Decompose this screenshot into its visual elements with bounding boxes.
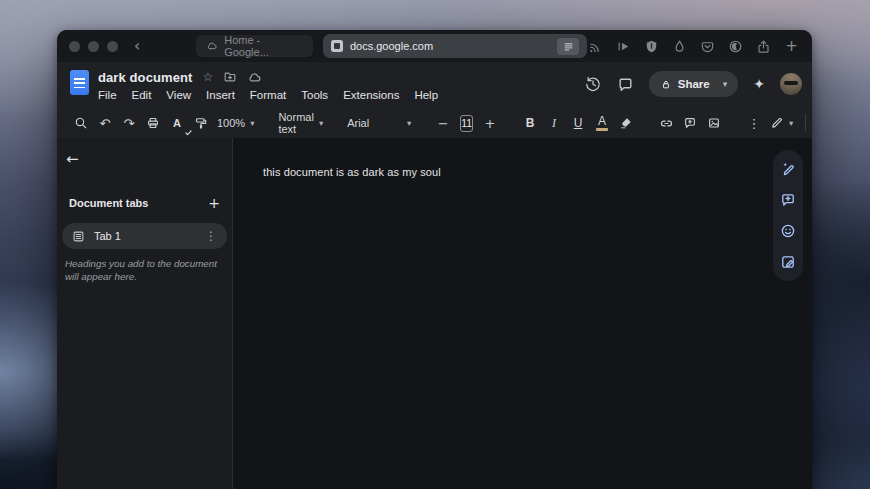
emoji-reaction-icon[interactable] xyxy=(780,223,796,239)
redo-icon[interactable]: ↷ xyxy=(119,112,139,134)
dark-mode-icon[interactable] xyxy=(727,38,744,55)
paint-format-icon[interactable] xyxy=(191,112,211,134)
tab-docs-label: docs.google.com xyxy=(350,40,433,52)
menu-format[interactable]: Format xyxy=(250,89,286,101)
tab1-menu-icon[interactable]: ⋮ xyxy=(205,229,217,243)
minimize-button[interactable] xyxy=(88,41,99,52)
share-button-label: Share xyxy=(678,78,710,90)
document-tabs-title: Document tabs xyxy=(69,197,208,209)
search-menus-icon[interactable] xyxy=(71,112,91,134)
italic-button[interactable]: I xyxy=(544,112,564,134)
docs-content: ← Document tabs + Tab 1 ⋮ Headings you a… xyxy=(57,138,812,489)
text-color-button[interactable]: A xyxy=(592,112,612,134)
close-button[interactable] xyxy=(69,41,80,52)
menu-file[interactable]: File xyxy=(98,89,117,101)
google-docs-logo-icon[interactable] xyxy=(70,70,89,95)
gemini-sparkle-icon[interactable]: ✦ xyxy=(753,76,765,92)
document-body-text[interactable]: this document is as dark as my soul xyxy=(263,166,441,178)
add-comment-icon[interactable] xyxy=(680,112,700,134)
add-comment-rail-icon[interactable] xyxy=(780,192,796,208)
insert-image-icon[interactable] xyxy=(704,112,724,134)
zoom-select[interactable]: 100% ▾ xyxy=(213,117,258,129)
shield-icon[interactable] xyxy=(643,38,660,55)
share-dropdown-icon[interactable]: ▾ xyxy=(723,79,728,89)
underline-button[interactable]: U xyxy=(568,112,588,134)
document-title[interactable]: dark document xyxy=(98,70,192,85)
menu-view[interactable]: View xyxy=(166,89,191,101)
spell-check-icon[interactable]: A xyxy=(167,112,187,134)
version-history-icon[interactable] xyxy=(584,75,602,93)
flame-icon[interactable] xyxy=(671,38,688,55)
lock-icon xyxy=(660,78,672,91)
move-folder-icon[interactable] xyxy=(223,70,237,84)
menu-extensions[interactable]: Extensions xyxy=(343,89,399,101)
text-color-swatch xyxy=(596,128,608,131)
star-icon[interactable]: ☆ xyxy=(202,70,213,84)
tab-home[interactable]: Home - Google... xyxy=(196,35,313,57)
chevron-down-icon: ▾ xyxy=(407,118,411,128)
browser-window: ‹ Home - Google... docs.google.com xyxy=(57,30,812,489)
chevron-down-icon: ▾ xyxy=(250,118,254,128)
font-size-input[interactable]: 11 xyxy=(460,115,473,132)
cloud-status-icon[interactable] xyxy=(247,70,262,85)
docs-chrome: dark document ☆ File Edit View Insert Fo… xyxy=(57,62,812,138)
back-icon[interactable]: ‹ xyxy=(134,39,140,54)
comments-icon[interactable] xyxy=(617,76,634,93)
window-controls xyxy=(69,41,118,52)
zoom-value: 100% xyxy=(217,117,245,129)
sidebar-item-tab1[interactable]: Tab 1 ⋮ xyxy=(62,223,227,249)
menu-edit[interactable]: Edit xyxy=(132,89,152,101)
account-avatar[interactable] xyxy=(780,73,802,95)
share-button[interactable]: Share ▾ xyxy=(649,71,739,97)
new-tab-icon[interactable]: + xyxy=(783,38,800,55)
print-icon[interactable] xyxy=(143,112,163,134)
highlight-color-icon[interactable] xyxy=(616,112,636,134)
insert-link-icon[interactable] xyxy=(656,112,676,134)
extension-buttons: + xyxy=(587,38,800,55)
font-select[interactable]: Arial ▾ xyxy=(343,117,415,129)
pocket-icon[interactable] xyxy=(699,38,716,55)
help-me-write-icon[interactable] xyxy=(780,161,796,177)
autoplay-icon[interactable] xyxy=(615,38,632,55)
more-options-icon[interactable]: ⋮ xyxy=(744,112,764,134)
paragraph-style-select[interactable]: Normal text ▾ xyxy=(274,111,327,135)
undo-icon[interactable]: ↶ xyxy=(95,112,115,134)
reader-mode-icon[interactable] xyxy=(557,38,579,55)
share-icon[interactable] xyxy=(755,38,772,55)
format-toolbar: ↶ ↷ A 100% ▾ Normal text ▾ Arial ▾ xyxy=(57,108,812,138)
rss-icon[interactable] xyxy=(587,38,604,55)
headings-hint-text: Headings you add to the document will ap… xyxy=(65,258,223,283)
image-suggestion-icon[interactable] xyxy=(780,254,796,270)
editing-mode-select[interactable]: ▾ xyxy=(766,116,797,130)
font-value: Arial xyxy=(347,117,369,129)
document-tabs-sidebar: ← Document tabs + Tab 1 ⋮ Headings you a… xyxy=(57,138,233,489)
increase-font-size-icon[interactable]: + xyxy=(480,112,500,134)
cloud-favicon-icon xyxy=(206,40,218,52)
menu-insert[interactable]: Insert xyxy=(206,89,235,101)
docs-favicon-icon xyxy=(331,40,343,52)
document-canvas[interactable]: this document is as dark as my soul xyxy=(233,138,812,489)
browser-toolbar: ‹ Home - Google... docs.google.com xyxy=(57,30,812,62)
tab-strip: Home - Google... docs.google.com xyxy=(196,34,587,58)
menu-help[interactable]: Help xyxy=(414,89,438,101)
tab-home-label: Home - Google... xyxy=(224,34,303,58)
decrease-font-size-icon[interactable]: − xyxy=(433,112,453,134)
tab-docs-active[interactable]: docs.google.com xyxy=(323,34,587,58)
bold-button[interactable]: B xyxy=(520,112,540,134)
quick-actions-rail xyxy=(773,150,803,281)
menu-tools[interactable]: Tools xyxy=(301,89,328,101)
tab1-label: Tab 1 xyxy=(94,230,121,242)
paragraph-style-value: Normal text xyxy=(278,111,313,135)
text-color-letter: A xyxy=(598,115,606,127)
chevron-down-icon: ▾ xyxy=(319,118,323,128)
close-sidebar-icon[interactable]: ← xyxy=(66,148,88,170)
tab-document-icon xyxy=(72,230,85,243)
add-tab-icon[interactable]: + xyxy=(208,195,220,211)
fullscreen-button[interactable] xyxy=(107,41,118,52)
menu-bar: File Edit View Insert Format Tools Exten… xyxy=(98,89,438,101)
chevron-down-icon: ▾ xyxy=(789,118,793,128)
